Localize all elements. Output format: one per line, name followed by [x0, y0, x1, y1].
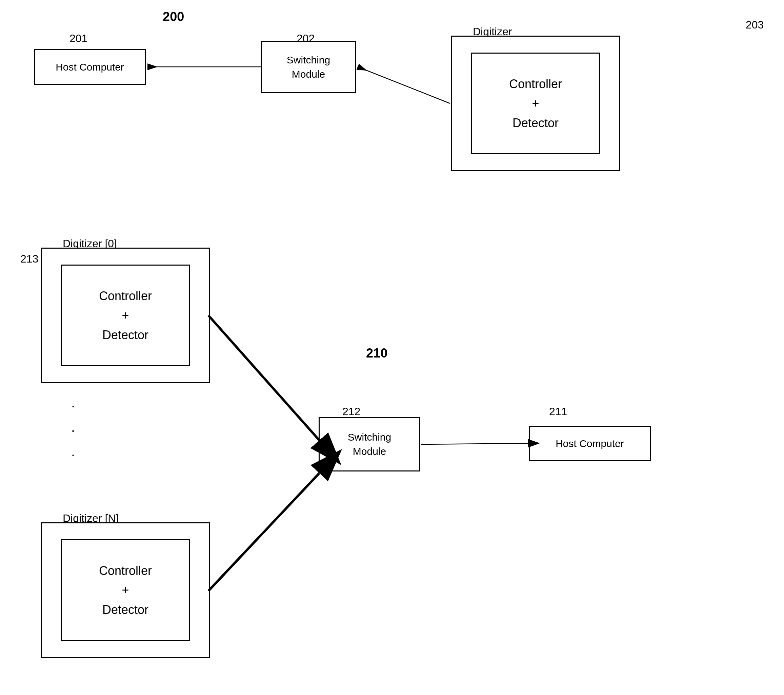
diagram1-ref-201: 201 — [69, 32, 87, 45]
switching-module-box-1: Switching Module — [261, 41, 356, 93]
controller-detector-inner-0: Controller + Detector — [61, 264, 190, 366]
host-computer-label-2: Host Computer — [555, 437, 624, 451]
controller-detector-inner-n: Controller + Detector — [61, 539, 190, 641]
arrow-cd-to-switching-1 — [357, 67, 450, 104]
controller-detector-label-0: Controller + Detector — [99, 286, 152, 345]
diagram2-ref-213: 213 — [20, 253, 38, 265]
diagram2-dots: · · · — [71, 393, 76, 467]
host-computer-box-2: Host Computer — [529, 426, 651, 461]
controller-detector-label-n: Controller + Detector — [99, 561, 152, 620]
arrow-cd0-to-switching-2 — [208, 315, 319, 440]
diagram1-ref-203: 203 — [746, 19, 764, 31]
host-computer-label-1: Host Computer — [56, 60, 124, 74]
host-computer-box-1: Host Computer — [34, 49, 146, 85]
switching-module-label-1: Switching Module — [287, 53, 330, 81]
controller-detector-inner-1: Controller + Detector — [471, 53, 600, 154]
diagram2-ref-211: 211 — [549, 405, 567, 418]
diagram2-title: 210 — [366, 346, 387, 361]
arrow-cdn-to-switching-2 — [208, 473, 319, 591]
switching-module-box-2: Switching Module — [319, 417, 420, 472]
arrow-switching-to-host-2 — [421, 443, 528, 444]
controller-detector-label-1: Controller + Detector — [509, 74, 562, 133]
switching-module-label-2: Switching Module — [348, 430, 391, 459]
diagram2-ref-212: 212 — [343, 405, 360, 418]
diagram1-title: 200 — [163, 10, 184, 24]
